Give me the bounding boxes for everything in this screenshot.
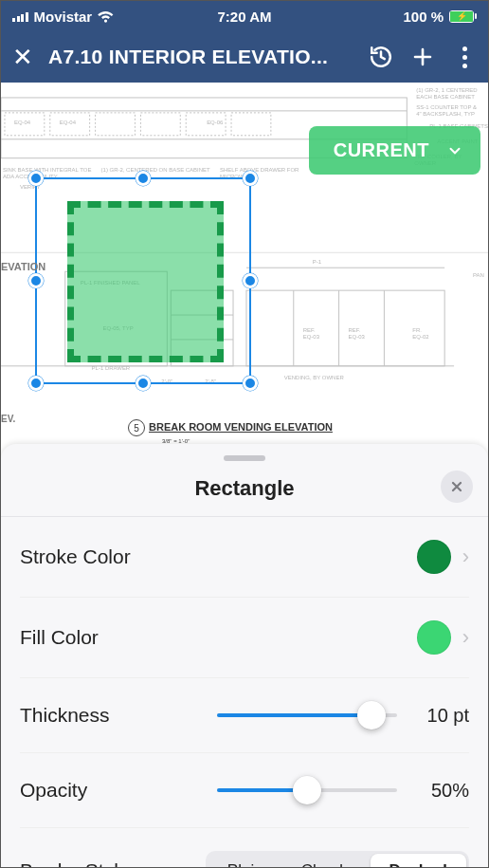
svg-text:4" BACKSPLASH, TYP: 4" BACKSPLASH, TYP — [416, 111, 475, 117]
svg-text:EQ-02: EQ-02 — [412, 334, 429, 340]
opacity-row: Opacity 50% — [20, 753, 469, 828]
current-label: CURRENT — [334, 139, 429, 161]
resize-handle-br[interactable] — [243, 376, 258, 391]
border-option-dashed[interactable]: Dashed — [371, 854, 466, 868]
battery-icon: ⚡ — [449, 10, 477, 23]
opacity-value: 50% — [414, 780, 469, 802]
resize-handle-tm[interactable] — [136, 171, 151, 186]
svg-text:REF.: REF. — [303, 327, 316, 333]
fill-color-swatch — [417, 620, 451, 655]
chevron-right-icon: › — [462, 625, 469, 650]
fill-color-label: Fill Color — [20, 626, 99, 649]
chevron-down-icon — [446, 142, 463, 159]
svg-text:SINK BASE WITH INTEGRAL TOE: SINK BASE WITH INTEGRAL TOE — [3, 167, 91, 173]
svg-text:(1) GR-2, CENTERED ON BASE CAB: (1) GR-2, CENTERED ON BASE CABINET — [101, 167, 210, 173]
thickness-slider[interactable] — [217, 701, 397, 729]
svg-rect-8 — [231, 113, 271, 136]
current-version-chip[interactable]: CURRENT — [309, 126, 480, 175]
stroke-color-row[interactable]: Stroke Color › — [20, 517, 469, 598]
close-icon — [449, 479, 464, 494]
elevation-label: EVATION — [1, 261, 45, 272]
svg-text:FR.: FR. — [412, 327, 422, 333]
resize-handle-ml[interactable] — [28, 273, 44, 288]
resize-handle-tl[interactable] — [28, 171, 44, 186]
ev-label: EV. — [1, 414, 15, 424]
properties-sheet: Rectangle Stroke Color › Fill Color › Th… — [1, 444, 488, 867]
close-icon[interactable]: ✕ — [10, 45, 35, 69]
close-sheet-button[interactable] — [441, 471, 473, 503]
statusbar: Movistar 7:20 AM 100 % ⚡ — [1, 1, 488, 31]
svg-text:EQ-03: EQ-03 — [349, 334, 366, 340]
border-style-row: Border Style Plain Cloudy Dashed — [20, 828, 469, 868]
svg-text:P-1: P-1 — [313, 259, 322, 265]
overflow-menu-icon[interactable] — [450, 46, 479, 68]
svg-text:PAN: PAN — [473, 272, 484, 278]
app-header: ✕ A7.10 INTERIOR ELEVATIO... — [1, 31, 488, 83]
add-icon[interactable] — [408, 46, 437, 68]
resize-handle-bl[interactable] — [28, 376, 44, 391]
opacity-label: Opacity — [20, 779, 87, 802]
slider-thumb[interactable] — [357, 701, 386, 729]
svg-text:EQ-06: EQ-06 — [207, 120, 224, 125]
clock: 7:20 AM — [218, 9, 272, 25]
svg-rect-5 — [96, 113, 136, 136]
border-style-label: Border Style — [20, 859, 130, 868]
drawing-canvas[interactable]: EQ-04EQ-04 EQ-06 P-1 REF.EQ-03 REF.EQ-03… — [1, 83, 488, 446]
selection-box[interactable] — [35, 177, 251, 384]
stroke-color-swatch — [417, 540, 451, 574]
svg-text:EQ-04: EQ-04 — [14, 120, 31, 125]
thickness-row: Thickness 10 pt — [20, 678, 469, 753]
svg-rect-6 — [140, 113, 180, 136]
thickness-value: 10 pt — [414, 705, 469, 727]
signal-icon — [12, 10, 28, 22]
battery-percent-label: 100 % — [403, 9, 444, 25]
border-style-segment: Plain Cloudy Dashed — [206, 851, 469, 868]
thickness-label: Thickness — [20, 704, 110, 727]
wifi-icon — [98, 10, 114, 23]
svg-text:(1) GR-2, 1 CENTERED: (1) GR-2, 1 CENTERED — [416, 87, 478, 93]
stroke-color-label: Stroke Color — [20, 545, 131, 568]
detail-title: BREAK ROOM VENDING ELEVATION — [149, 421, 333, 433]
chevron-right-icon: › — [462, 545, 469, 569]
carrier-label: Movistar — [34, 9, 93, 25]
svg-text:EACH BASE CABINET: EACH BASE CABINET — [416, 94, 475, 100]
svg-text:SHELF ABOVE DRAWER FOR: SHELF ABOVE DRAWER FOR — [220, 167, 299, 173]
resize-handle-mr[interactable] — [243, 273, 258, 288]
svg-text:SS-1 COUNTER TOP &: SS-1 COUNTER TOP & — [416, 104, 477, 110]
svg-text:VENDING, BY OWNER: VENDING, BY OWNER — [284, 375, 345, 380]
sheet-title: Rectangle — [194, 476, 294, 501]
history-icon[interactable] — [367, 45, 395, 69]
fill-color-row[interactable]: Fill Color › — [20, 598, 469, 678]
slider-thumb[interactable] — [293, 776, 321, 804]
svg-text:EQ-03: EQ-03 — [303, 334, 320, 340]
resize-handle-tr[interactable] — [243, 171, 258, 186]
border-option-cloudy[interactable]: Cloudy — [282, 854, 371, 868]
border-option-plain[interactable]: Plain — [208, 854, 282, 868]
page-title: A7.10 INTERIOR ELEVATIO... — [48, 46, 353, 68]
detail-number: 5 — [128, 419, 145, 436]
svg-text:REF.: REF. — [349, 327, 361, 333]
resize-handle-bm[interactable] — [136, 376, 151, 391]
opacity-slider[interactable] — [217, 776, 397, 804]
svg-text:EQ-04: EQ-04 — [60, 120, 77, 125]
sheet-grabber[interactable] — [224, 455, 265, 461]
